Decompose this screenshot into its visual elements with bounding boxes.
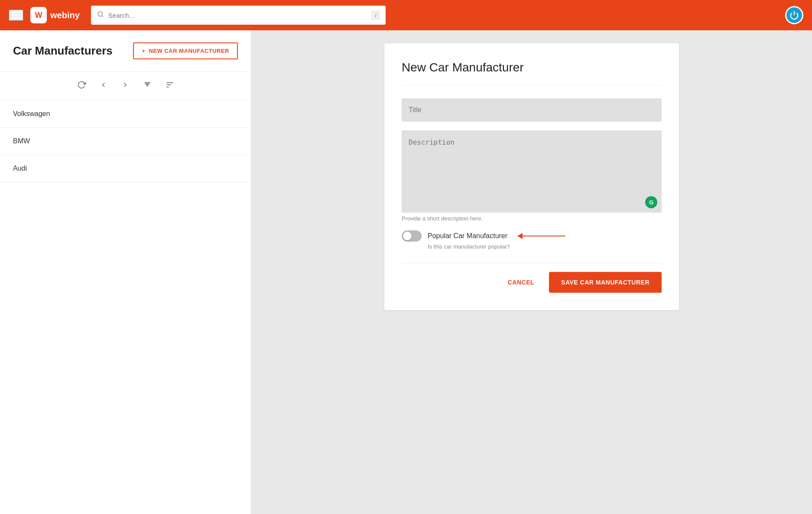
popular-label: Popular Car Manufacturer [428, 232, 507, 240]
right-panel: New Car Manufacturer G Provide a short d… [251, 30, 812, 514]
popular-toggle[interactable] [402, 230, 422, 242]
list-toolbar [0, 72, 251, 100]
app-logo: W webiny [30, 7, 80, 23]
hamburger-button[interactable] [9, 10, 23, 21]
description-wrapper: G [402, 130, 662, 213]
description-textarea[interactable] [402, 130, 662, 213]
filter-button[interactable] [140, 79, 155, 93]
list-item[interactable]: Audi [0, 155, 251, 182]
logo-icon: W [30, 7, 47, 23]
svg-line-1 [102, 16, 103, 17]
arrow-head [517, 233, 523, 239]
search-input[interactable] [108, 12, 367, 19]
svg-point-0 [98, 12, 103, 16]
refresh-button[interactable] [74, 79, 89, 93]
popular-field: Popular Car Manufacturer Is this car man… [402, 230, 662, 250]
app-name: webiny [50, 10, 80, 20]
new-btn-label: NEW CAR MANUFACTURER [149, 48, 230, 54]
power-button[interactable] [785, 6, 803, 24]
page-title: Car Manufacturers [13, 44, 113, 58]
left-header: Car Manufacturers + NEW CAR MANUFACTURER [0, 30, 251, 72]
arrow-line [518, 236, 565, 236]
title-input[interactable] [402, 98, 662, 122]
save-car-manufacturer-button[interactable]: SAVE CAR MANUFACTURER [549, 272, 662, 293]
popular-description: Is this car manufacturer popular? [428, 243, 662, 250]
form-title: New Car Manufacturer [402, 61, 662, 85]
toggle-track[interactable] [402, 230, 422, 242]
list-item[interactable]: BMW [0, 128, 251, 155]
new-car-manufacturer-button[interactable]: + NEW CAR MANUFACTURER [133, 42, 238, 59]
topnav-right [785, 6, 803, 24]
search-bar: / [91, 6, 386, 25]
title-field [402, 98, 662, 122]
toggle-row: Popular Car Manufacturer [402, 230, 662, 242]
left-panel: Car Manufacturers + NEW CAR MANUFACTURER [0, 30, 251, 514]
search-icon [97, 11, 104, 19]
description-hint: Provide a short description here. [402, 215, 662, 222]
form-card: New Car Manufacturer G Provide a short d… [384, 43, 679, 310]
sort-button[interactable] [162, 79, 178, 93]
toggle-thumb [403, 232, 412, 240]
prev-page-button[interactable] [96, 79, 111, 93]
cancel-button[interactable]: CANCEL [502, 275, 540, 290]
list-item[interactable]: Volkswagen [0, 100, 251, 128]
topnav: W webiny / [0, 0, 812, 30]
next-page-button[interactable] [118, 79, 133, 93]
arrow-annotation [518, 236, 565, 236]
grammarly-icon: G [645, 196, 657, 208]
main-layout: Car Manufacturers + NEW CAR MANUFACTURER [0, 30, 812, 514]
description-field: G Provide a short description here. [402, 130, 662, 222]
search-slash-key: / [372, 11, 380, 20]
new-btn-plus: + [142, 48, 145, 54]
manufacturers-list: Volkswagen BMW Audi [0, 100, 251, 514]
form-actions: CANCEL SAVE CAR MANUFACTURER [402, 263, 662, 293]
